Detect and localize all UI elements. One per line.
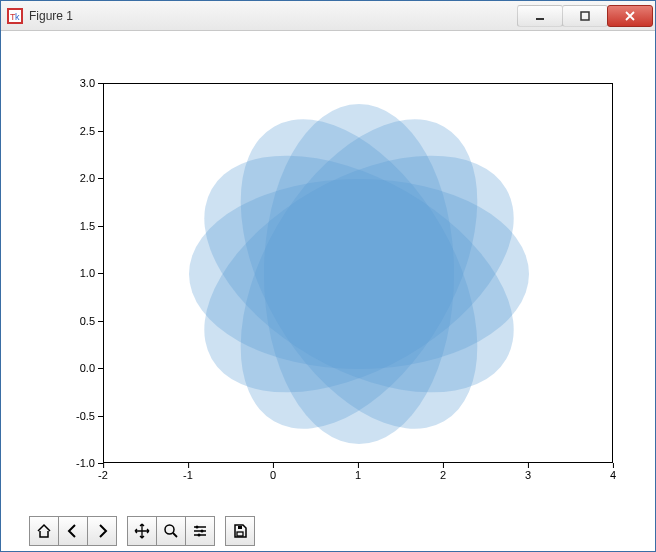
ytick-label: -0.5 [21, 410, 103, 422]
close-button[interactable] [607, 5, 653, 27]
pan-button[interactable] [127, 516, 157, 546]
svg-line-6 [173, 533, 177, 537]
ytick-label: 1.0 [21, 267, 103, 279]
plot-area[interactable]: -1.0-0.50.00.51.01.52.02.53.0 -2-101234 [21, 51, 635, 511]
figure-window: Tk Figure 1 -1.0-0.50.00.51.01.52.02.53.… [0, 0, 656, 552]
subplots-button[interactable] [185, 516, 215, 546]
svg-point-11 [201, 530, 204, 533]
ytick-label: 1.5 [21, 220, 103, 232]
ytick-label: 3.0 [21, 77, 103, 89]
maximize-button[interactable] [562, 5, 608, 27]
plot-svg [104, 84, 614, 464]
svg-text:k: k [15, 12, 20, 22]
back-button[interactable] [58, 516, 88, 546]
svg-point-5 [165, 525, 174, 534]
xtick-label: 3 [525, 463, 531, 481]
window-title: Figure 1 [29, 9, 518, 23]
svg-point-10 [196, 526, 199, 529]
axes-frame [103, 83, 613, 463]
titlebar: Tk Figure 1 [1, 1, 655, 31]
xtick-label: 0 [270, 463, 276, 481]
svg-rect-14 [238, 526, 242, 529]
window-buttons [518, 5, 653, 27]
home-button[interactable] [29, 516, 59, 546]
toolbar [21, 511, 635, 551]
ytick-label: 0.5 [21, 315, 103, 327]
ytick-label: 2.0 [21, 172, 103, 184]
xtick-label: 2 [440, 463, 446, 481]
zoom-button[interactable] [156, 516, 186, 546]
xtick-label: 4 [610, 463, 616, 481]
svg-rect-3 [536, 18, 544, 20]
svg-rect-4 [581, 12, 589, 20]
figure-content: -1.0-0.50.00.51.01.52.02.53.0 -2-101234 [1, 31, 655, 551]
ytick-label: 0.0 [21, 362, 103, 374]
svg-point-12 [198, 534, 201, 537]
svg-rect-13 [237, 532, 243, 536]
minimize-button[interactable] [517, 5, 563, 27]
tk-icon: Tk [7, 8, 23, 24]
ytick-label: -1.0 [21, 457, 103, 469]
forward-button[interactable] [87, 516, 117, 546]
xtick-label: 1 [355, 463, 361, 481]
xtick-label: -1 [183, 463, 193, 481]
xtick-label: -2 [98, 463, 108, 481]
ytick-label: 2.5 [21, 125, 103, 137]
save-button[interactable] [225, 516, 255, 546]
